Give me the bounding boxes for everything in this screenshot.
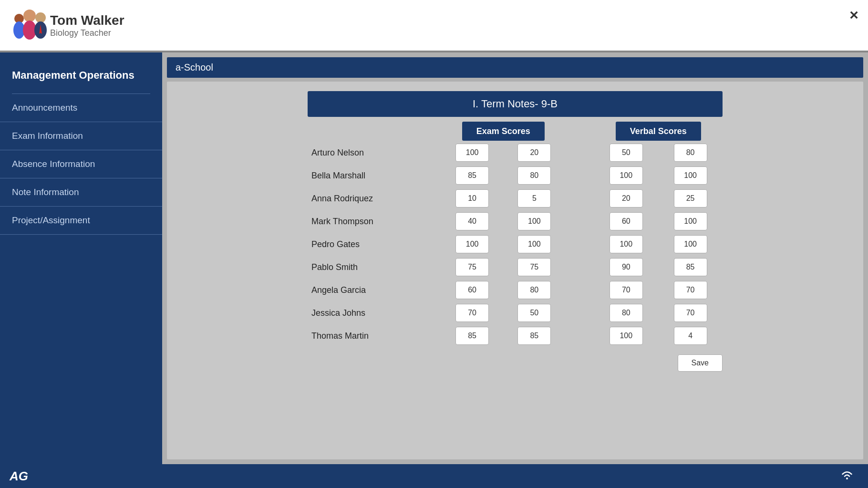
sidebar-item-absence-information[interactable]: Absence Information [0, 150, 162, 178]
table-row: Mark Thompson [308, 210, 723, 233]
exam2-input[interactable] [517, 144, 551, 162]
verbal1-cell[interactable] [594, 301, 658, 324]
verbal2-cell[interactable] [658, 256, 723, 279]
sidebar: Management Operations Announcements Exam… [0, 52, 162, 464]
verbal2-cell[interactable] [658, 164, 723, 187]
exam1-cell[interactable] [441, 324, 503, 347]
exam2-input[interactable] [517, 304, 551, 322]
exam1-input[interactable] [455, 212, 489, 230]
exam1-input[interactable] [455, 304, 489, 322]
exam2-cell[interactable] [503, 210, 565, 233]
verbal2-cell[interactable] [658, 233, 723, 256]
verbal1-cell[interactable] [594, 187, 658, 210]
exam1-cell[interactable] [441, 279, 503, 301]
verbal2-input[interactable] [674, 166, 707, 185]
table-row: Bella Marshall [308, 164, 723, 187]
verbal1-cell[interactable] [594, 279, 658, 301]
table-row: Angela Garcia [308, 279, 723, 301]
student-name: Angela Garcia [308, 279, 441, 301]
table-row: Anna Rodriquez [308, 187, 723, 210]
footer-logo: AG [10, 469, 28, 484]
verbal2-input[interactable] [674, 281, 707, 299]
exam2-input[interactable] [517, 327, 551, 345]
gap-spacer [565, 256, 594, 279]
verbal2-input[interactable] [674, 189, 707, 208]
exam2-input[interactable] [517, 281, 551, 299]
exam1-cell[interactable] [441, 301, 503, 324]
user-info: Tom Walker Biology Teacher [50, 13, 124, 38]
exam2-input[interactable] [517, 166, 551, 185]
verbal1-input[interactable] [610, 258, 643, 276]
exam2-cell[interactable] [503, 164, 565, 187]
verbal2-input[interactable] [674, 258, 707, 276]
verbal1-input[interactable] [610, 304, 643, 322]
verbal1-cell[interactable] [594, 210, 658, 233]
verbal1-cell[interactable] [594, 164, 658, 187]
verbal2-cell[interactable] [658, 141, 723, 164]
exam1-input[interactable] [455, 189, 489, 208]
close-button[interactable]: × [849, 7, 858, 22]
verbal2-cell[interactable] [658, 301, 723, 324]
user-role: Biology Teacher [50, 28, 124, 38]
gap-spacer [565, 164, 594, 187]
exam2-cell[interactable] [503, 256, 565, 279]
exam1-cell[interactable] [441, 187, 503, 210]
exam1-input[interactable] [455, 144, 489, 162]
student-name: Pablo Smith [308, 256, 441, 279]
verbal2-input[interactable] [674, 327, 707, 345]
verbal2-input[interactable] [674, 144, 707, 162]
save-row: Save [308, 354, 723, 372]
exam2-cell[interactable] [503, 324, 565, 347]
sidebar-item-announcements[interactable]: Announcements [0, 94, 162, 122]
exam2-input[interactable] [517, 235, 551, 253]
exam2-input[interactable] [517, 258, 551, 276]
sidebar-item-exam-information[interactable]: Exam Information [0, 122, 162, 150]
exam1-input[interactable] [455, 235, 489, 253]
gap-spacer [565, 141, 594, 164]
exam1-input[interactable] [455, 166, 489, 185]
verbal2-input[interactable] [674, 212, 707, 230]
verbal1-input[interactable] [610, 327, 643, 345]
table-row: Pablo Smith [308, 256, 723, 279]
verbal1-cell[interactable] [594, 256, 658, 279]
exam1-cell[interactable] [441, 233, 503, 256]
verbal1-cell[interactable] [594, 141, 658, 164]
sidebar-item-note-information[interactable]: Note Information [0, 178, 162, 207]
gap-spacer [565, 210, 594, 233]
verbal1-input[interactable] [610, 189, 643, 208]
exam2-cell[interactable] [503, 301, 565, 324]
scores-table: Exam Scores Verbal Scores Arturo Nelson [308, 126, 723, 347]
verbal2-input[interactable] [674, 304, 707, 322]
exam2-cell[interactable] [503, 233, 565, 256]
sidebar-item-project-assignment[interactable]: Project/Assignment [0, 207, 162, 235]
exam2-input[interactable] [517, 189, 551, 208]
content-panel: I. Term Notes- 9-B Exam Scores Verbal Sc… [167, 82, 863, 459]
svg-point-3 [23, 21, 36, 40]
exam1-cell[interactable] [441, 256, 503, 279]
verbal1-cell[interactable] [594, 233, 658, 256]
verbal1-input[interactable] [610, 235, 643, 253]
verbal1-input[interactable] [610, 281, 643, 299]
verbal2-cell[interactable] [658, 324, 723, 347]
exam1-cell[interactable] [441, 141, 503, 164]
exam2-cell[interactable] [503, 187, 565, 210]
verbal2-cell[interactable] [658, 279, 723, 301]
exam1-input[interactable] [455, 327, 489, 345]
exam2-cell[interactable] [503, 141, 565, 164]
exam2-cell[interactable] [503, 279, 565, 301]
verbal1-input[interactable] [610, 144, 643, 162]
verbal1-input[interactable] [610, 212, 643, 230]
verbal2-cell[interactable] [658, 210, 723, 233]
exam1-cell[interactable] [441, 210, 503, 233]
exam1-input[interactable] [455, 258, 489, 276]
verbal2-input[interactable] [674, 235, 707, 253]
verbal1-input[interactable] [610, 166, 643, 185]
gap-spacer [565, 187, 594, 210]
exam1-cell[interactable] [441, 164, 503, 187]
verbal1-cell[interactable] [594, 324, 658, 347]
exam2-input[interactable] [517, 212, 551, 230]
exam1-input[interactable] [455, 281, 489, 299]
avatar [10, 5, 50, 46]
save-button[interactable]: Save [678, 354, 723, 372]
verbal2-cell[interactable] [658, 187, 723, 210]
